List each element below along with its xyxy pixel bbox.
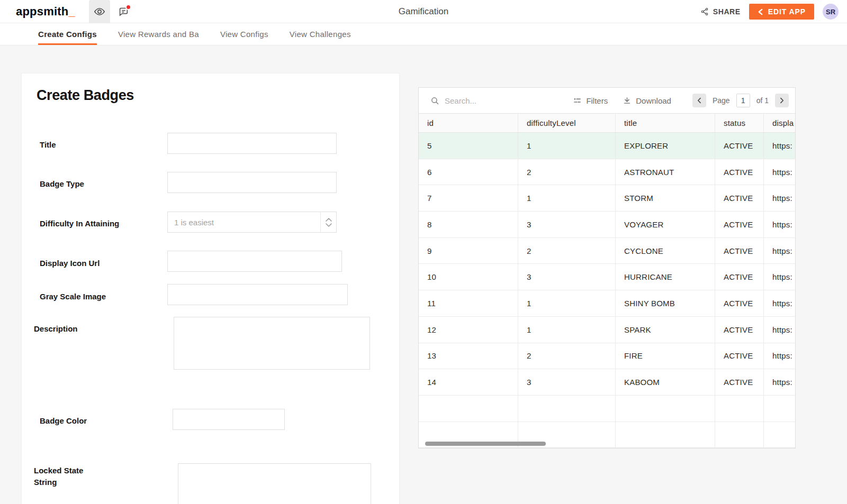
table-cell: https: <box>764 238 795 264</box>
download-icon <box>623 96 632 105</box>
table-cell <box>616 422 715 448</box>
notification-dot <box>125 4 131 10</box>
chevron-down-icon[interactable] <box>326 223 332 227</box>
table-cell: ACTIVE <box>715 317 764 343</box>
table-cell: 2 <box>518 343 616 369</box>
table-row[interactable]: 132FIREACTIVEhttps: <box>419 343 795 370</box>
table-cell <box>764 396 795 421</box>
gray-scale-image-input[interactable] <box>167 284 348 305</box>
search-icon <box>430 96 439 105</box>
description-label: Description <box>34 323 78 335</box>
table-cell: HURRICANE <box>616 264 715 290</box>
appsmith-logo[interactable]: appsmith_ <box>16 5 75 19</box>
page-label: Page <box>713 96 730 105</box>
table-row[interactable]: 83VOYAGERACTIVEhttps: <box>419 212 795 238</box>
badges-table-widget: Filters Download Page of 1 iddifficultyL… <box>418 87 796 448</box>
logo-cursor: _ <box>68 5 75 18</box>
tab-view-rewards-and-ba[interactable]: View Rewards and Ba <box>118 23 199 45</box>
chevron-right-icon <box>780 97 785 104</box>
locked-state-string-textarea[interactable] <box>178 463 371 504</box>
table-cell: ACTIVE <box>715 238 764 264</box>
tab-view-challenges[interactable]: View Challenges <box>290 23 351 45</box>
table-cell: https: <box>764 159 795 185</box>
page-tabbar: Create ConfigsView Rewards and BaView Co… <box>0 23 847 45</box>
column-header-displa[interactable]: displa <box>764 114 795 132</box>
badge-type-input[interactable] <box>167 172 337 193</box>
table-header-row: iddifficultyLeveltitlestatusdispla <box>419 113 795 133</box>
app-title: Gamification <box>399 6 448 17</box>
eye-icon <box>94 6 105 17</box>
table-cell: ACTIVE <box>715 212 764 237</box>
comments-button[interactable] <box>114 0 132 23</box>
table-cell: SHINY BOMB <box>616 290 715 316</box>
share-label: SHARE <box>713 7 741 16</box>
table-row[interactable]: 111SHINY BOMBACTIVEhttps: <box>419 290 795 317</box>
tab-create-configs[interactable]: Create Configs <box>38 23 97 45</box>
table-cell: ACTIVE <box>715 133 764 159</box>
table-cell: VOYAGER <box>616 212 715 237</box>
page-number-input[interactable] <box>736 94 750 107</box>
table-cell: ACTIVE <box>715 343 764 369</box>
create-badges-form: Create Badges Title Badge Type Difficult… <box>21 73 400 504</box>
display-icon-url-input[interactable] <box>167 251 342 272</box>
chevron-left-icon <box>697 97 701 104</box>
table-row[interactable]: 51EXPLORERACTIVEhttps: <box>419 133 795 159</box>
search-input[interactable] <box>445 96 545 105</box>
table-cell: https: <box>764 212 795 237</box>
table-cell: 14 <box>419 369 518 395</box>
badge-color-input[interactable] <box>173 409 285 430</box>
description-textarea[interactable] <box>174 317 370 370</box>
table-cell: KABOOM <box>616 369 715 395</box>
table-search[interactable] <box>430 96 573 105</box>
filters-icon <box>573 96 582 105</box>
table-row[interactable]: 143KABOOMACTIVEhttps: <box>419 369 795 396</box>
page-of-label: of 1 <box>756 96 769 105</box>
column-header-status[interactable]: status <box>715 114 764 132</box>
table-cell: https: <box>764 343 795 369</box>
table-cell: https: <box>764 185 795 211</box>
tab-label: View Rewards and Ba <box>118 30 199 39</box>
table-empty-row <box>419 396 795 422</box>
table-row[interactable]: 92CYCLONEACTIVEhttps: <box>419 238 795 264</box>
table-pagination: Page of 1 <box>692 94 789 107</box>
download-button[interactable]: Download <box>623 96 671 105</box>
horizontal-scrollbar[interactable] <box>425 442 546 446</box>
edit-app-label: EDIT APP <box>768 7 806 16</box>
prev-page-button[interactable] <box>692 94 706 107</box>
share-button[interactable]: SHARE <box>700 7 741 16</box>
title-input[interactable] <box>167 133 337 154</box>
table-cell: https: <box>764 290 795 316</box>
gray-scale-image-label: Gray Scale Image <box>40 291 106 303</box>
chevron-left-icon <box>758 8 763 15</box>
table-cell: ASTRONAUT <box>616 159 715 185</box>
table-cell: https: <box>764 369 795 395</box>
chevron-up-icon[interactable] <box>326 218 332 222</box>
table-row[interactable]: 71STORMACTIVEhttps: <box>419 185 795 212</box>
table-cell: FIRE <box>616 343 715 369</box>
table-cell: 10 <box>419 264 518 290</box>
table-row[interactable]: 103HURRICANEACTIVEhttps: <box>419 264 795 290</box>
column-header-difficultylevel[interactable]: difficultyLevel <box>518 114 616 132</box>
tab-view-configs[interactable]: View Configs <box>220 23 268 45</box>
number-stepper[interactable] <box>320 212 336 232</box>
badge-color-label: Badge Color <box>40 415 87 427</box>
table-cell <box>518 396 616 421</box>
table-cell: 2 <box>518 238 616 264</box>
filters-button[interactable]: Filters <box>573 96 608 105</box>
user-avatar[interactable]: SR <box>823 4 839 20</box>
table-cell: 3 <box>518 369 616 395</box>
edit-app-button[interactable]: EDIT APP <box>749 4 814 20</box>
table-cell: https: <box>764 133 795 159</box>
difficulty-input[interactable] <box>168 212 320 232</box>
table-row[interactable]: 62ASTRONAUTACTIVEhttps: <box>419 159 795 186</box>
view-mode-button[interactable] <box>89 0 110 23</box>
next-page-button[interactable] <box>775 94 789 107</box>
table-cell <box>764 422 795 448</box>
table-cell <box>616 396 715 421</box>
table-row[interactable]: 121SPARKACTIVEhttps: <box>419 317 795 343</box>
download-label: Download <box>636 96 671 105</box>
column-header-title[interactable]: title <box>616 114 715 132</box>
table-cell: 6 <box>419 159 518 185</box>
column-header-id[interactable]: id <box>419 114 518 132</box>
difficulty-label: Difficulty In Attaining <box>40 218 119 230</box>
